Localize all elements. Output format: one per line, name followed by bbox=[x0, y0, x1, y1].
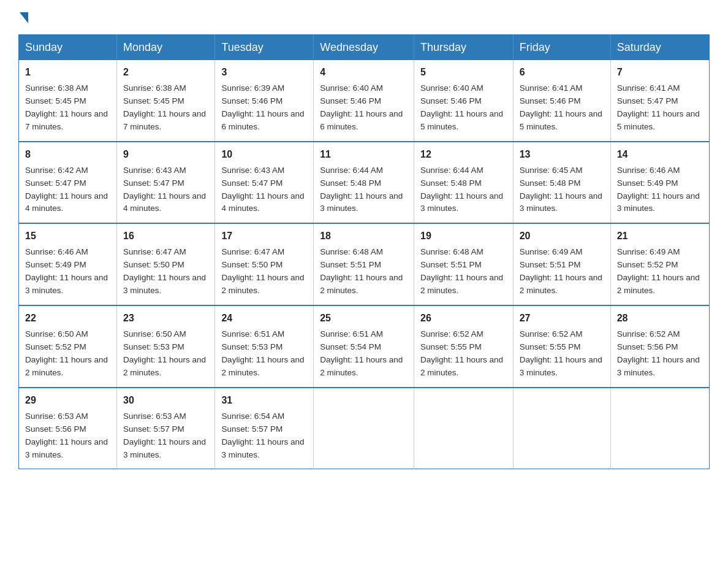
calendar-week-3: 15Sunrise: 6:46 AMSunset: 5:49 PMDayligh… bbox=[19, 223, 710, 305]
day-number: 31 bbox=[221, 393, 307, 408]
day-number: 3 bbox=[221, 65, 307, 80]
day-info: Sunrise: 6:46 AMSunset: 5:49 PMDaylight:… bbox=[617, 164, 703, 216]
day-number: 1 bbox=[25, 65, 110, 80]
day-number: 12 bbox=[420, 147, 507, 162]
day-info: Sunrise: 6:41 AMSunset: 5:46 PMDaylight:… bbox=[520, 82, 604, 134]
calendar-cell: 12Sunrise: 6:44 AMSunset: 5:48 PMDayligh… bbox=[414, 142, 514, 224]
header-friday: Friday bbox=[513, 35, 610, 60]
day-info: Sunrise: 6:51 AMSunset: 5:53 PMDaylight:… bbox=[221, 328, 307, 380]
day-number: 13 bbox=[520, 147, 604, 162]
day-info: Sunrise: 6:52 AMSunset: 5:55 PMDaylight:… bbox=[520, 328, 604, 380]
logo bbox=[18, 12, 29, 23]
calendar-cell: 19Sunrise: 6:48 AMSunset: 5:51 PMDayligh… bbox=[414, 223, 514, 305]
day-info: Sunrise: 6:47 AMSunset: 5:50 PMDaylight:… bbox=[123, 246, 208, 297]
day-info: Sunrise: 6:43 AMSunset: 5:47 PMDaylight:… bbox=[123, 164, 208, 216]
calendar-week-5: 29Sunrise: 6:53 AMSunset: 5:56 PMDayligh… bbox=[19, 388, 710, 469]
day-number: 16 bbox=[123, 229, 208, 243]
day-number: 15 bbox=[25, 229, 110, 243]
day-number: 9 bbox=[123, 147, 208, 162]
day-info: Sunrise: 6:52 AMSunset: 5:55 PMDaylight:… bbox=[420, 328, 507, 380]
day-info: Sunrise: 6:45 AMSunset: 5:48 PMDaylight:… bbox=[520, 164, 604, 216]
day-number: 27 bbox=[520, 311, 604, 326]
day-info: Sunrise: 6:50 AMSunset: 5:53 PMDaylight:… bbox=[123, 328, 208, 380]
calendar-cell: 3Sunrise: 6:39 AMSunset: 5:46 PMDaylight… bbox=[215, 59, 314, 142]
day-number: 24 bbox=[221, 311, 307, 326]
day-number: 23 bbox=[123, 311, 208, 326]
day-info: Sunrise: 6:43 AMSunset: 5:47 PMDaylight:… bbox=[221, 164, 307, 216]
day-number: 17 bbox=[221, 229, 307, 243]
day-number: 14 bbox=[617, 147, 703, 162]
header-wednesday: Wednesday bbox=[314, 35, 414, 60]
day-number: 20 bbox=[520, 229, 604, 243]
calendar-cell: 21Sunrise: 6:49 AMSunset: 5:52 PMDayligh… bbox=[610, 223, 709, 305]
day-info: Sunrise: 6:53 AMSunset: 5:57 PMDaylight:… bbox=[123, 410, 208, 462]
calendar-cell: 23Sunrise: 6:50 AMSunset: 5:53 PMDayligh… bbox=[117, 305, 215, 388]
day-info: Sunrise: 6:49 AMSunset: 5:51 PMDaylight:… bbox=[520, 246, 604, 297]
day-info: Sunrise: 6:39 AMSunset: 5:46 PMDaylight:… bbox=[221, 82, 307, 134]
day-number: 11 bbox=[320, 147, 408, 162]
day-info: Sunrise: 6:51 AMSunset: 5:54 PMDaylight:… bbox=[320, 328, 408, 380]
calendar-table: SundayMondayTuesdayWednesdayThursdayFrid… bbox=[18, 34, 710, 469]
day-number: 5 bbox=[420, 65, 507, 80]
day-info: Sunrise: 6:44 AMSunset: 5:48 PMDaylight:… bbox=[420, 164, 507, 216]
day-info: Sunrise: 6:40 AMSunset: 5:46 PMDaylight:… bbox=[320, 82, 408, 134]
calendar-cell: 8Sunrise: 6:42 AMSunset: 5:47 PMDaylight… bbox=[19, 142, 117, 224]
day-number: 26 bbox=[420, 311, 507, 326]
calendar-cell bbox=[513, 388, 610, 469]
calendar-week-2: 8Sunrise: 6:42 AMSunset: 5:47 PMDaylight… bbox=[19, 142, 710, 224]
calendar-cell: 28Sunrise: 6:52 AMSunset: 5:56 PMDayligh… bbox=[610, 305, 709, 388]
header-monday: Monday bbox=[117, 35, 215, 60]
calendar-cell: 29Sunrise: 6:53 AMSunset: 5:56 PMDayligh… bbox=[19, 388, 117, 469]
header-thursday: Thursday bbox=[414, 35, 514, 60]
calendar-cell: 9Sunrise: 6:43 AMSunset: 5:47 PMDaylight… bbox=[117, 142, 215, 224]
calendar-cell: 6Sunrise: 6:41 AMSunset: 5:46 PMDaylight… bbox=[513, 59, 610, 142]
calendar-week-4: 22Sunrise: 6:50 AMSunset: 5:52 PMDayligh… bbox=[19, 305, 710, 388]
day-info: Sunrise: 6:47 AMSunset: 5:50 PMDaylight:… bbox=[221, 246, 307, 297]
day-info: Sunrise: 6:50 AMSunset: 5:52 PMDaylight:… bbox=[25, 328, 110, 380]
day-number: 21 bbox=[617, 229, 703, 243]
day-info: Sunrise: 6:38 AMSunset: 5:45 PMDaylight:… bbox=[123, 82, 208, 134]
logo-arrow-icon bbox=[20, 12, 28, 23]
calendar-cell: 7Sunrise: 6:41 AMSunset: 5:47 PMDaylight… bbox=[610, 59, 709, 142]
day-number: 10 bbox=[221, 147, 307, 162]
calendar-header-row: SundayMondayTuesdayWednesdayThursdayFrid… bbox=[19, 35, 710, 60]
calendar-cell: 15Sunrise: 6:46 AMSunset: 5:49 PMDayligh… bbox=[19, 223, 117, 305]
calendar-cell: 11Sunrise: 6:44 AMSunset: 5:48 PMDayligh… bbox=[314, 142, 414, 224]
calendar-cell: 31Sunrise: 6:54 AMSunset: 5:57 PMDayligh… bbox=[215, 388, 314, 469]
calendar-cell: 10Sunrise: 6:43 AMSunset: 5:47 PMDayligh… bbox=[215, 142, 314, 224]
day-info: Sunrise: 6:52 AMSunset: 5:56 PMDaylight:… bbox=[617, 328, 703, 380]
calendar-cell: 14Sunrise: 6:46 AMSunset: 5:49 PMDayligh… bbox=[610, 142, 709, 224]
day-number: 30 bbox=[123, 393, 208, 408]
day-number: 25 bbox=[320, 311, 408, 326]
day-number: 8 bbox=[25, 147, 110, 162]
day-number: 6 bbox=[520, 65, 604, 80]
calendar-cell: 25Sunrise: 6:51 AMSunset: 5:54 PMDayligh… bbox=[314, 305, 414, 388]
calendar-cell bbox=[610, 388, 709, 469]
day-number: 19 bbox=[420, 229, 507, 243]
header-tuesday: Tuesday bbox=[215, 35, 314, 60]
day-info: Sunrise: 6:48 AMSunset: 5:51 PMDaylight:… bbox=[320, 246, 408, 297]
calendar-cell: 16Sunrise: 6:47 AMSunset: 5:50 PMDayligh… bbox=[117, 223, 215, 305]
day-info: Sunrise: 6:41 AMSunset: 5:47 PMDaylight:… bbox=[617, 82, 703, 134]
day-info: Sunrise: 6:38 AMSunset: 5:45 PMDaylight:… bbox=[25, 82, 110, 134]
calendar-cell bbox=[314, 388, 414, 469]
day-info: Sunrise: 6:46 AMSunset: 5:49 PMDaylight:… bbox=[25, 246, 110, 297]
header-sunday: Sunday bbox=[19, 35, 117, 60]
day-number: 18 bbox=[320, 229, 408, 243]
calendar-cell: 26Sunrise: 6:52 AMSunset: 5:55 PMDayligh… bbox=[414, 305, 514, 388]
day-number: 2 bbox=[123, 65, 208, 80]
day-number: 22 bbox=[25, 311, 110, 326]
calendar-cell: 5Sunrise: 6:40 AMSunset: 5:46 PMDaylight… bbox=[414, 59, 514, 142]
calendar-cell: 27Sunrise: 6:52 AMSunset: 5:55 PMDayligh… bbox=[513, 305, 610, 388]
day-info: Sunrise: 6:42 AMSunset: 5:47 PMDaylight:… bbox=[25, 164, 110, 216]
calendar-cell: 1Sunrise: 6:38 AMSunset: 5:45 PMDaylight… bbox=[19, 59, 117, 142]
day-info: Sunrise: 6:48 AMSunset: 5:51 PMDaylight:… bbox=[420, 246, 507, 297]
day-info: Sunrise: 6:40 AMSunset: 5:46 PMDaylight:… bbox=[420, 82, 507, 134]
day-number: 7 bbox=[617, 65, 703, 80]
day-info: Sunrise: 6:53 AMSunset: 5:56 PMDaylight:… bbox=[25, 410, 110, 462]
header-saturday: Saturday bbox=[610, 35, 709, 60]
calendar-cell: 18Sunrise: 6:48 AMSunset: 5:51 PMDayligh… bbox=[314, 223, 414, 305]
day-number: 29 bbox=[25, 393, 110, 408]
page-header bbox=[18, 12, 710, 23]
calendar-cell: 4Sunrise: 6:40 AMSunset: 5:46 PMDaylight… bbox=[314, 59, 414, 142]
